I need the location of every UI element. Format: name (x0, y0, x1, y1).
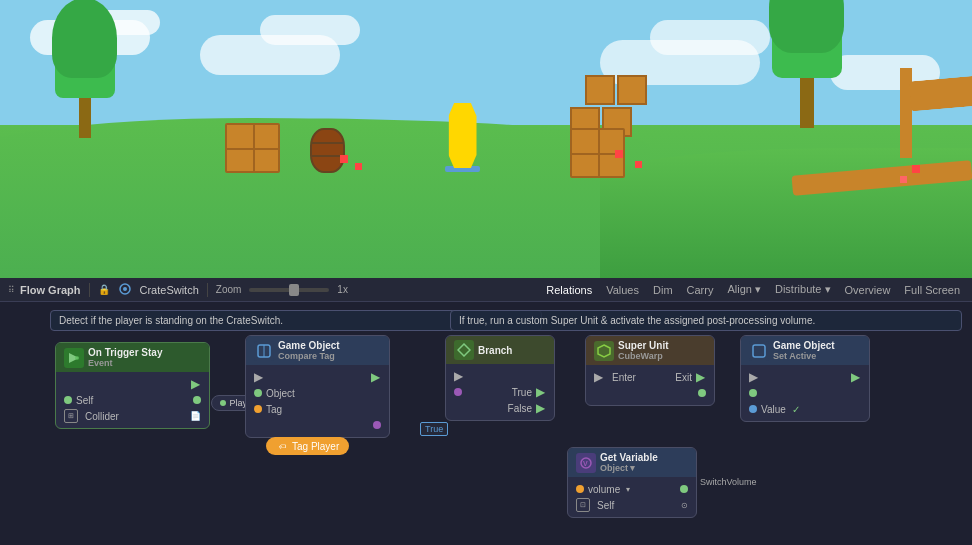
relations-button[interactable]: Relations (542, 284, 596, 296)
node-compare-tag[interactable]: Game Object Compare Tag ▶ ▶ Object (245, 335, 390, 438)
overview-button[interactable]: Overview (841, 284, 895, 296)
node-get-variable[interactable]: V Get Variable Object ▾ volume ▾ (567, 447, 697, 518)
cubewarp-exit-arrow: ▶ (696, 372, 706, 382)
graph-icon (118, 282, 132, 298)
game-viewport (0, 0, 972, 278)
tag-player-node: 🏷 Tag Player (266, 437, 349, 455)
carry-button[interactable]: Carry (683, 284, 718, 296)
flower-6 (900, 176, 907, 183)
distribute-button[interactable]: Distribute ▾ (771, 283, 835, 296)
flow-graph-toolbar: ⠿ Flow Graph 🔒 CrateSwitch Zoom 1x Relat… (0, 278, 972, 302)
zoom-slider[interactable] (249, 288, 329, 292)
branch-arrow-in: ▶ (454, 371, 464, 381)
svg-point-1 (123, 287, 127, 291)
flower-2 (355, 163, 362, 170)
zoom-handle[interactable] (289, 284, 299, 296)
gv-out-dot (680, 485, 688, 493)
gv-volume-label: volume (588, 484, 620, 495)
player-green-dot (220, 400, 226, 406)
align-button[interactable]: Align ▾ (723, 283, 765, 296)
barrel (310, 128, 345, 173)
crate-left (225, 123, 280, 173)
node-cubewarp[interactable]: Super Unit CubeWarp ▶ Enter Exit ▶ (585, 335, 715, 406)
set-active-body: ▶ ▶ Value ✓ (741, 365, 869, 421)
fullscreen-button[interactable]: Full Screen (900, 284, 964, 296)
set-active-flow-out: ▶ (851, 372, 861, 382)
gv-volume-dot (576, 485, 584, 493)
collider-icon: ⊞ (64, 409, 78, 423)
trigger-subtitle: Event (88, 358, 162, 368)
cubewarp-out-port (594, 385, 706, 401)
collider-file-icon: 📄 (190, 411, 201, 421)
node-branch[interactable]: Branch ▶ True ▶ False (445, 335, 555, 421)
switch-volume-label: SwitchVolume (700, 477, 757, 487)
tree-left (55, 28, 115, 138)
trigger-collider-port: ⊞ Collider 📄 (64, 408, 201, 424)
collider-label: Collider (85, 411, 119, 422)
compare-flow-in: ▶ ▶ (254, 369, 381, 385)
zoom-value: 1x (337, 284, 348, 295)
compare-tag-dot (254, 405, 262, 413)
compare-tag-label-text: Tag (266, 404, 282, 415)
player-character (445, 103, 480, 178)
compare-object-port: Object (254, 385, 381, 401)
self-dot (64, 396, 72, 404)
gv-self-settings[interactable]: ⊙ (681, 501, 688, 510)
trigger-body: ▶ Self ⊞ Collider 📄 (56, 372, 209, 428)
get-variable-subtitle: Object ▾ (600, 463, 658, 473)
compare-arrow-out: ▶ (371, 372, 381, 382)
set-active-header: Game Object Set Active (741, 336, 869, 365)
branch-body: ▶ True ▶ False ▶ (446, 364, 554, 420)
divider-1 (89, 283, 90, 297)
compare-obj-dot (254, 389, 262, 397)
trigger-self-port: Self (64, 392, 201, 408)
trigger-icon (64, 348, 84, 368)
trigger-arrow-icon: ▶ (191, 379, 201, 389)
branch-true-port: True ▶ (454, 384, 546, 400)
set-active-obj-dot (749, 389, 757, 397)
compare-purple-dot (373, 421, 381, 429)
node-set-active[interactable]: Game Object Set Active ▶ ▶ (740, 335, 870, 422)
flow-graph-panel: ⠿ Flow Graph 🔒 CrateSwitch Zoom 1x Relat… (0, 278, 972, 545)
svg-marker-6 (598, 345, 610, 357)
compare-arrow-in: ▶ (254, 372, 264, 382)
get-variable-body: volume ▾ ⊡ Self ⊙ (568, 477, 696, 517)
branch-header: Branch (446, 336, 554, 364)
flow-graph-canvas[interactable]: Detect if the player is standing on the … (0, 302, 972, 545)
flower-3 (615, 150, 623, 158)
gv-self-port: ⊡ Self ⊙ (576, 497, 688, 513)
trigger-flow-port: ▶ (64, 376, 201, 392)
set-active-obj-port (749, 385, 861, 401)
desc-box-right: If true, run a custom Super Unit & activ… (450, 310, 962, 331)
toolbar-right: Relations Values Dim Carry Align ▾ Distr… (542, 283, 964, 296)
set-active-value-dot (749, 405, 757, 413)
tree-right (772, 0, 842, 128)
node-on-trigger-stay[interactable]: On Trigger Stay Event ▶ Self (55, 342, 210, 429)
cubewarp-enter-port: ▶ Enter Exit ▶ (594, 369, 706, 385)
cubewarp-body: ▶ Enter Exit ▶ (586, 365, 714, 405)
get-variable-header: V Get Variable Object ▾ (568, 448, 696, 477)
values-button[interactable]: Values (602, 284, 643, 296)
branch-flow-port: ▶ (454, 368, 546, 384)
tag-icon: 🏷 (276, 440, 288, 452)
cubewarp-exit-label: Exit (675, 372, 692, 383)
svg-point-3 (75, 356, 79, 360)
svg-text:V: V (583, 460, 588, 467)
lock-icon[interactable]: 🔒 (98, 284, 110, 295)
cubewarp-enter-arrow-in: ▶ (594, 372, 604, 382)
self-label: Self (76, 395, 93, 406)
dim-button[interactable]: Dim (649, 284, 677, 296)
gv-volume-port: volume ▾ (576, 481, 688, 497)
toolbar-left: ⠿ Flow Graph 🔒 CrateSwitch Zoom 1x (8, 282, 542, 298)
compare-tag-body: ▶ ▶ Object Tag (246, 365, 389, 437)
graph-name[interactable]: CrateSwitch (140, 284, 199, 296)
gv-volume-dropdown[interactable]: ▾ (626, 485, 630, 494)
cloud-4 (260, 15, 360, 45)
set-active-icon (749, 341, 769, 361)
branch-true-arrow: ▶ (536, 387, 546, 397)
flow-graph-title: Flow Graph (20, 284, 81, 296)
zoom-label: Zoom (216, 284, 242, 295)
cubewarp-out-dot (698, 389, 706, 397)
compare-tag-header: Game Object Compare Tag (246, 336, 389, 365)
flower-1 (340, 155, 348, 163)
